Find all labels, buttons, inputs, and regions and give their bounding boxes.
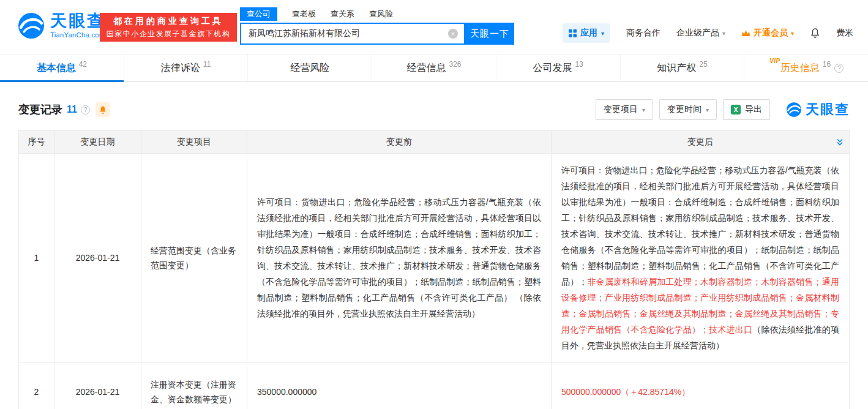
- change-record-section-header: 变更记录 11 ? 变更项目 ▾ 变更时间 ▾ X 导出: [0, 99, 868, 120]
- logo-brand-text: 天眼查: [50, 13, 105, 29]
- tab-basic-info[interactable]: 基本信息 42: [0, 54, 124, 81]
- watermark-brand-text: 天眼查: [806, 100, 850, 119]
- watermark-logo: 天眼查: [786, 100, 850, 119]
- search-tab-relation[interactable]: 查关系: [331, 9, 354, 20]
- enterprise-products-link[interactable]: 企业级产品 ▾: [676, 28, 725, 39]
- col-header-date: 变更日期: [54, 130, 141, 154]
- promo-line2: 国家中小企业发展子基金旗下机构: [107, 29, 231, 39]
- cell-change-item: 注册资本变更（注册资金、资金数额等变更）: [141, 362, 247, 409]
- cell-index: 2: [19, 362, 54, 409]
- notification-bell-icon[interactable]: [810, 28, 820, 39]
- search-tab-company[interactable]: 查公司: [240, 7, 277, 21]
- search-button[interactable]: 天眼一下: [465, 23, 514, 45]
- clear-search-icon[interactable]: ×: [448, 29, 458, 39]
- section-title: 变更记录: [18, 102, 62, 117]
- chevron-down-icon: ▾: [791, 30, 794, 37]
- chevron-down-icon: ▾: [706, 107, 709, 113]
- enterprise-label: 企业级产品: [676, 28, 719, 39]
- cell-after: 500000.000000（＋42.85714%）: [552, 362, 850, 409]
- search-input[interactable]: [240, 23, 465, 45]
- top-right-nav: 应用 ▾ 商务合作 企业级产品 ▾ 开通会员 ▾ 费米: [563, 23, 853, 43]
- business-cooperation-link[interactable]: 商务合作: [626, 28, 660, 39]
- cooperation-label: 商务合作: [626, 28, 660, 39]
- tab-label: 公司发展: [533, 62, 572, 75]
- after-text-highlighted: 500000.000000（＋42.85714%）: [561, 387, 690, 397]
- grid-icon: [569, 29, 577, 37]
- chevron-down-icon: ▾: [642, 107, 645, 113]
- filter-change-time-label: 变更时间: [667, 104, 702, 115]
- tab-label: 经营信息: [407, 62, 446, 75]
- chevron-down-icon: ▾: [601, 30, 604, 37]
- tab-count: 42: [79, 60, 87, 69]
- tab-label: 法律诉讼: [161, 62, 200, 75]
- vip-badge: VIP: [769, 58, 780, 64]
- export-button[interactable]: X 导出: [723, 99, 770, 120]
- col-header-item: 变更项目: [141, 130, 247, 154]
- table-row: 2 2026-01-21 注册资本变更（注册资金、资金数额等变更） 350000…: [19, 362, 850, 409]
- col-header-after: 变更后: [552, 130, 850, 154]
- logo-swirl-icon: [786, 102, 802, 118]
- filter-change-item-label: 变更项目: [604, 104, 638, 115]
- col-header-index: 序号: [19, 130, 54, 154]
- filter-change-time-button[interactable]: 变更时间 ▾: [659, 99, 717, 120]
- promo-badge: 都在用的商业查询工具 国家中小企业发展子基金旗下机构: [100, 13, 237, 42]
- tab-count: 13: [575, 60, 583, 69]
- username-label: 费米: [836, 28, 853, 39]
- col-header-after-label: 变更后: [687, 137, 713, 146]
- cell-before: 许可项目：货物进出口；危险化学品经营；移动式压力容器/气瓶充装（依法须经批准的项…: [247, 154, 552, 362]
- after-text-normal: 许可项目：货物进出口；危险化学品经营；移动式压力容器/气瓶充装（依法须经批准的项…: [561, 165, 839, 287]
- change-record-table: 序号 变更日期 变更项目 变更前 变更后 1 2026-01: [18, 130, 850, 409]
- cell-change-item: 经营范围变更（含业务范围变更）: [141, 154, 247, 362]
- tab-company-development[interactable]: 公司发展 13: [496, 54, 621, 81]
- tianyancha-logo[interactable]: 天眼查 TianYanCha.com: [17, 12, 105, 40]
- col-header-before: 变更前: [247, 130, 552, 154]
- search-tab-boss[interactable]: 查老板: [292, 9, 316, 20]
- tab-history-info[interactable]: VIP 历史信息 16 ?: [744, 54, 868, 81]
- cell-date: 2026-01-21: [54, 154, 141, 362]
- tab-operating-risk[interactable]: 经营风险: [248, 54, 372, 81]
- tab-label: 经营风险: [290, 62, 329, 75]
- table-row: 1 2026-01-21 经营范围变更（含业务范围变更） 许可项目：货物进出口；…: [19, 154, 850, 362]
- user-menu[interactable]: 费米: [836, 28, 853, 39]
- logo-domain-text: TianYanCha.com: [50, 31, 105, 39]
- excel-icon: X: [731, 105, 741, 114]
- tab-label: 历史信息: [780, 62, 820, 75]
- tab-intellectual-property[interactable]: 知识产权 25: [621, 54, 745, 81]
- promo-line1: 都在用的商业查询工具: [113, 16, 223, 27]
- search-area: 查公司 查老板 查关系 查风险 × 天眼一下: [240, 7, 514, 45]
- help-icon[interactable]: ?: [81, 105, 90, 114]
- top-bar: 天眼查 TianYanCha.com 都在用的商业查询工具 国家中小企业发展子基…: [0, 0, 868, 54]
- table-header-row: 序号 变更日期 变更项目 变更前 变更后: [19, 130, 850, 154]
- cell-after: 许可项目：货物进出口；危险化学品经营；移动式压力容器/气瓶充装（依法须经批准的项…: [552, 154, 850, 362]
- tab-count: 11: [203, 60, 211, 69]
- search-tab-risk[interactable]: 查风险: [369, 9, 393, 20]
- crown-icon: [741, 29, 750, 37]
- filter-change-item-button[interactable]: 变更项目 ▾: [596, 99, 653, 120]
- company-tabbar: 基本信息 42 法律诉讼 11 经营风险 经营信息 326 公司发展 13 知识…: [0, 54, 868, 82]
- subscribe-bell-button[interactable]: [95, 102, 110, 117]
- help-icon[interactable]: ?: [834, 64, 844, 73]
- logo-swirl-icon: [17, 12, 45, 40]
- tab-legal-proceedings[interactable]: 法律诉讼 11: [124, 54, 249, 81]
- tab-operating-info[interactable]: 经营信息 326: [372, 54, 496, 81]
- tab-count: 326: [449, 60, 462, 69]
- vip-label: 开通会员: [754, 28, 788, 39]
- tab-count: 16: [823, 60, 831, 69]
- export-label: 导出: [745, 104, 762, 115]
- cell-index: 1: [19, 154, 54, 362]
- tab-count: 25: [699, 60, 707, 69]
- chevron-down-icon: ▾: [722, 30, 725, 37]
- expand-all-icon[interactable]: [836, 138, 844, 146]
- apps-menu[interactable]: 应用 ▾: [563, 23, 610, 43]
- section-count: 11: [67, 104, 77, 115]
- open-vip-link[interactable]: 开通会员 ▾: [741, 28, 794, 39]
- apps-label: 应用: [580, 28, 597, 39]
- search-tabs: 查公司 查老板 查关系 查风险: [240, 7, 514, 21]
- tab-label: 知识产权: [657, 62, 696, 75]
- tab-label: 基本信息: [37, 62, 76, 75]
- cell-date: 2026-01-21: [54, 362, 141, 409]
- cell-before: 350000.000000: [247, 362, 552, 409]
- bell-icon: [99, 105, 107, 114]
